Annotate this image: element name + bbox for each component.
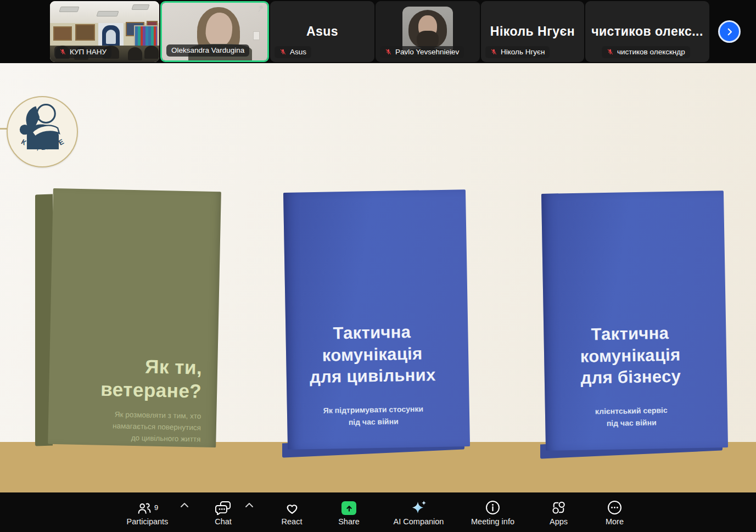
book-subtitle: клієнтський сервіс під час війни bbox=[545, 404, 718, 430]
meeting-info-label: Meeting info bbox=[471, 517, 514, 526]
book-cover: Тактична комунікація для цивільних Як пі… bbox=[283, 189, 470, 450]
chevron-up-icon bbox=[245, 502, 254, 508]
logo-text: ЯК ТИ, БРАТЕ? bbox=[8, 97, 65, 152]
book-title: Тактична комунікація для бізнесу bbox=[544, 321, 717, 389]
heart-icon bbox=[284, 501, 300, 515]
svg-text:ЯК ТИ, БРАТЕ?: ЯК ТИ, БРАТЕ? bbox=[8, 97, 65, 152]
participant-name-pill: КУП НАНУ bbox=[54, 46, 111, 58]
video-tile-pavlo[interactable]: Pavlo Yevsehnieiev bbox=[376, 1, 480, 62]
yak-ty-brate-logo: ЯК ТИ, БРАТЕ? bbox=[7, 96, 78, 167]
participant-name: Ніколь Нгуєн bbox=[501, 48, 545, 56]
ai-companion-label: AI Companion bbox=[394, 517, 444, 526]
pin-icon[interactable] bbox=[257, 5, 265, 13]
participants-label: Participants bbox=[127, 517, 169, 526]
apps-button[interactable]: Apps bbox=[529, 494, 589, 530]
ceiling-light bbox=[96, 11, 119, 16]
book-title: Тактична комунікація для цивільних bbox=[285, 320, 459, 388]
video-tile-asus[interactable]: Asus Asus bbox=[270, 1, 374, 62]
book-yak-ty-veterane: Як ти, ветеране? Як розмовляти з тим, хт… bbox=[35, 190, 220, 449]
meeting-toolbar: 9 Participants Chat bbox=[0, 492, 756, 532]
muted-mic-icon bbox=[385, 48, 392, 55]
apps-icon bbox=[551, 500, 566, 515]
muted-mic-icon bbox=[607, 48, 614, 55]
ceiling-light bbox=[59, 7, 79, 12]
react-button[interactable]: React bbox=[267, 494, 317, 530]
more-label: More bbox=[606, 517, 624, 526]
filmstrip-next-button[interactable] bbox=[718, 20, 741, 43]
book-taktychna-biznesu: Тактична комунікація для бізнесу клієнтс… bbox=[540, 192, 729, 462]
participants-icon bbox=[137, 502, 152, 515]
apps-label: Apps bbox=[550, 517, 568, 526]
participant-name-pill: Asus bbox=[275, 46, 311, 58]
share-screen-icon bbox=[341, 501, 356, 515]
painting bbox=[53, 26, 72, 41]
share-button[interactable]: Share bbox=[317, 494, 381, 530]
participants-menu-chevron[interactable] bbox=[180, 500, 202, 510]
book-subtitle: Як розмовляти з тим, хто намагається пов… bbox=[113, 409, 201, 445]
info-icon bbox=[485, 500, 500, 515]
ai-companion-sparkle-icon bbox=[411, 500, 427, 515]
chat-label: Chat bbox=[215, 517, 232, 526]
display-name: Ніколь Нгуєн bbox=[481, 24, 584, 39]
chevron-right-icon bbox=[725, 27, 735, 37]
muted-mic-icon bbox=[59, 48, 66, 55]
ceiling-light bbox=[131, 4, 149, 10]
video-tile-nikol[interactable]: Ніколь Нгуєн Ніколь Нгуєн bbox=[481, 1, 584, 62]
participant-name-pill: чистиков олекскндр bbox=[602, 46, 690, 58]
participant-name: Pavlo Yevsehnieiev bbox=[395, 48, 459, 56]
ai-companion-button[interactable]: AI Companion bbox=[381, 494, 457, 530]
zoom-meeting-window: КУП НАНУ Oleksandra Vardugina Asus bbox=[0, 0, 756, 532]
book-cover: Тактична комунікація для бізнесу клієнтс… bbox=[541, 191, 728, 451]
muted-mic-icon bbox=[490, 48, 497, 55]
painting bbox=[75, 24, 95, 41]
display-name: чистиков олекс... bbox=[585, 24, 709, 39]
hug-illustration: ЯК ТИ, БРАТЕ? bbox=[8, 97, 77, 166]
chat-button[interactable]: Chat bbox=[202, 494, 245, 530]
share-label: Share bbox=[338, 517, 360, 526]
video-tile-oleksandra-active-speaker[interactable]: Oleksandra Vardugina bbox=[160, 1, 269, 62]
participants-button[interactable]: 9 Participants bbox=[115, 494, 180, 530]
chat-menu-chevron[interactable] bbox=[245, 500, 267, 510]
meeting-info-button[interactable]: Meeting info bbox=[457, 494, 529, 530]
video-filmstrip: КУП НАНУ Oleksandra Vardugina Asus bbox=[0, 0, 756, 63]
book-taktychna-tsyvilnykh: Тактична комунікація для цивільних Як пі… bbox=[282, 191, 471, 461]
participant-name-pill: Pavlo Yevsehnieiev bbox=[380, 46, 464, 58]
muted-mic-icon bbox=[279, 48, 287, 55]
participant-name-pill: Oleksandra Vardugina bbox=[166, 44, 249, 57]
chat-icon bbox=[215, 501, 232, 515]
more-button[interactable]: More bbox=[589, 494, 641, 530]
participants-count: 9 bbox=[154, 503, 158, 512]
display-name: Asus bbox=[270, 24, 374, 39]
book-subtitle: Як підтримувати стосунки під час війни bbox=[287, 402, 460, 429]
participant-name: Oleksandra Vardugina bbox=[171, 46, 244, 54]
participant-name: Asus bbox=[290, 48, 306, 56]
participant-name: чистиков олекскндр bbox=[617, 48, 685, 56]
shared-screen-content: ЯК ТИ, БРАТЕ? Як ти, ветеране? Як розмов… bbox=[0, 63, 756, 492]
chevron-up-icon bbox=[180, 502, 189, 508]
more-ellipsis-icon bbox=[607, 500, 622, 515]
video-tile-chystykov[interactable]: чистиков олекс... чистиков олекскндр bbox=[585, 1, 709, 62]
book-title: Як ти, ветеране? bbox=[100, 354, 203, 403]
video-tile-kup-nanu[interactable]: КУП НАНУ bbox=[50, 1, 159, 62]
participant-name-pill: Ніколь Нгуєн bbox=[485, 46, 550, 58]
react-label: React bbox=[282, 517, 303, 526]
wall-switch bbox=[253, 31, 260, 40]
book-cover: Як ти, ветеране? Як розмовляти з тим, хт… bbox=[48, 188, 221, 447]
participant-name: КУП НАНУ bbox=[70, 48, 107, 56]
